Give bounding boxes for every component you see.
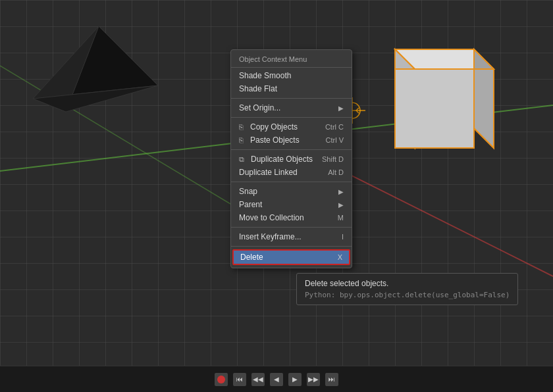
menu-item-shade-smooth[interactable]: Shade Smooth [231, 69, 352, 82]
play-reverse-button[interactable]: ◀ [270, 373, 283, 386]
delete-shortcut: X [338, 253, 342, 261]
tooltip-python: Python: bpy.ops.object.delete(use_global… [305, 291, 510, 299]
play-reverse-icon: ◀ [274, 376, 279, 383]
separator-2 [231, 117, 352, 118]
menu-item-duplicate-objects[interactable]: ⧉ Duplicate Objects Shift D [231, 153, 352, 166]
jump-end-icon: ⏭ [329, 376, 335, 383]
menu-item-set-origin[interactable]: Set Origin... ▶ [231, 101, 352, 114]
paste-shortcut: Ctrl V [326, 136, 344, 144]
menu-item-move-to-collection[interactable]: Move to Collection M [231, 211, 352, 224]
shade-flat-label: Shade Flat [239, 84, 277, 93]
menu-item-shade-flat[interactable]: Shade Flat [231, 82, 352, 95]
pyramid-svg [13, 20, 158, 125]
duplicate-shortcut: Shift D [322, 155, 344, 163]
separator-3 [231, 149, 352, 150]
separator-6 [231, 246, 352, 247]
svg-marker-11 [474, 69, 494, 148]
menu-item-delete[interactable]: Delete X [232, 249, 350, 265]
separator-5 [231, 227, 352, 228]
copy-shortcut: Ctrl C [325, 123, 344, 131]
play-icon: ▶ [292, 376, 298, 383]
fast-forward-button[interactable]: ▶▶ [307, 373, 320, 386]
viewport: Object Context Menu Shade Smooth Shade F… [0, 0, 553, 366]
cube-object [362, 36, 500, 170]
pyramid-object [13, 20, 158, 128]
rewind-button[interactable]: ◀◀ [251, 373, 265, 386]
duplicate-linked-shortcut: Alt D [328, 168, 344, 176]
parent-label: Parent [239, 200, 262, 209]
menu-item-insert-keyframe[interactable]: Insert Keyframe... I [231, 230, 352, 243]
snap-label: Snap [239, 187, 257, 196]
jump-start-button[interactable]: ⏮ [233, 373, 246, 386]
insert-keyframe-shortcut: I [342, 233, 344, 241]
copy-objects-label: Copy Objects [250, 122, 298, 132]
context-menu: Object Context Menu Shade Smooth Shade F… [230, 49, 352, 268]
separator-1 [231, 98, 352, 99]
separator-4 [231, 182, 352, 182]
shade-smooth-label: Shade Smooth [239, 71, 291, 80]
menu-item-paste-objects[interactable]: ⎘ Paste Objects Ctrl V [231, 134, 352, 147]
menu-item-duplicate-linked[interactable]: Duplicate Linked Alt D [231, 166, 352, 179]
menu-item-snap[interactable]: Snap ▶ [231, 185, 352, 198]
copy-icon: ⎘ [239, 123, 244, 131]
tooltip-box: Delete selected objects. Python: bpy.ops… [296, 273, 518, 305]
duplicate-objects-label: Duplicate Objects [251, 155, 313, 164]
insert-keyframe-label: Insert Keyframe... [239, 232, 302, 241]
parent-arrow: ▶ [338, 201, 344, 208]
jump-start-icon: ⏮ [236, 376, 243, 383]
play-button[interactable]: ▶ [288, 373, 302, 386]
menu-title: Object Context Menu [231, 53, 352, 68]
svg-rect-10 [395, 69, 474, 148]
duplicate-icon: ⧉ [239, 155, 244, 164]
paste-icon: ⎘ [239, 136, 244, 144]
set-origin-arrow: ▶ [338, 105, 344, 112]
move-to-collection-label: Move to Collection [239, 213, 304, 222]
menu-item-copy-objects[interactable]: ⎘ Copy Objects Ctrl C [231, 120, 352, 134]
move-to-collection-shortcut: M [338, 214, 344, 222]
record-circle [217, 376, 225, 383]
set-origin-label: Set Origin... [239, 103, 280, 112]
record-button[interactable] [215, 373, 228, 386]
paste-objects-label: Paste Objects [250, 135, 300, 145]
bottom-bar: ⏮ ◀◀ ◀ ▶ ▶▶ ⏭ [0, 366, 553, 392]
tooltip-title: Delete selected objects. [305, 279, 510, 288]
menu-item-parent[interactable]: Parent ▶ [231, 198, 352, 211]
snap-arrow: ▶ [338, 188, 344, 195]
jump-end-button[interactable]: ⏭ [325, 373, 338, 386]
delete-label: Delete [240, 253, 263, 262]
cube-svg [362, 36, 500, 168]
rewind-icon: ◀◀ [253, 376, 263, 383]
fast-forward-icon: ▶▶ [308, 376, 319, 383]
duplicate-linked-label: Duplicate Linked [239, 168, 298, 177]
